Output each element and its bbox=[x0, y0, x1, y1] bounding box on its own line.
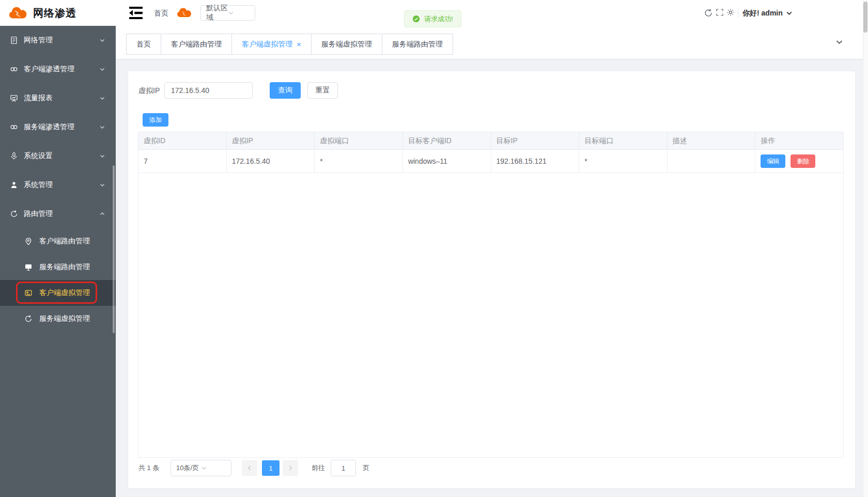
cell-virtual-ip: 172.16.5.40 bbox=[227, 150, 315, 173]
chevron-down-icon bbox=[201, 465, 226, 471]
user-dropdown[interactable]: 你好! admin bbox=[742, 0, 793, 26]
refresh-icon bbox=[24, 314, 33, 323]
cloud-logo-icon bbox=[7, 6, 28, 20]
data-table: 虚拟ID 虚拟IP 虚拟端口 目标客户端ID 目标IP 目标端口 描述 操作 7… bbox=[138, 132, 844, 458]
col-header-actions: 操作 bbox=[755, 132, 843, 149]
tab-strip: 首页 客户端路由管理 客户端虚拟管理 × 服务端虚拟管理 服务端路由管理 bbox=[116, 26, 868, 59]
table-header-row: 虚拟ID 虚拟IP 虚拟端口 目标客户端ID 目标IP 目标端口 描述 操作 bbox=[138, 132, 843, 150]
refresh-icon[interactable] bbox=[704, 8, 713, 18]
breadcrumb[interactable]: 首页 bbox=[154, 0, 168, 26]
sidebar-item-server-route-mgmt[interactable]: 服务端路由管理 bbox=[0, 254, 116, 280]
link-icon bbox=[9, 65, 19, 74]
sidebar-item-client-pentest-mgmt[interactable]: 客户端渗透管理 bbox=[0, 55, 116, 84]
location-icon bbox=[24, 237, 33, 246]
region-select[interactable]: 默认区域 bbox=[200, 5, 255, 21]
add-button[interactable]: 添加 bbox=[143, 113, 168, 127]
tab-server-route-mgmt[interactable]: 服务端路由管理 bbox=[382, 34, 453, 55]
col-header-target-port: 目标端口 bbox=[579, 132, 668, 149]
sidebar-item-label: 服务端虚拟管理 bbox=[39, 314, 90, 323]
tab-label: 客户端路由管理 bbox=[171, 40, 222, 49]
cell-target-client-id: windows–11 bbox=[403, 150, 491, 173]
chevron-down-icon bbox=[99, 182, 105, 188]
sidebar-item-label: 客户端路由管理 bbox=[39, 237, 90, 246]
sidebar-item-label: 服务端渗透管理 bbox=[24, 122, 99, 132]
tab-list-chevron-down-icon[interactable] bbox=[835, 38, 843, 46]
reset-button[interactable]: 重置 bbox=[307, 82, 338, 99]
success-toast: 请求成功! bbox=[404, 10, 461, 27]
pagination: 共 1 条 10条/页 1 前往 页 bbox=[138, 460, 841, 476]
toast-message: 请求成功! bbox=[424, 14, 453, 24]
delete-button[interactable]: 删除 bbox=[791, 154, 815, 168]
sidebar-item-label: 客户端渗透管理 bbox=[24, 65, 99, 74]
sidebar-item-network-mgmt[interactable]: 网络管理 bbox=[0, 26, 116, 55]
theme-sun-icon[interactable] bbox=[726, 8, 736, 18]
sidebar-item-server-pentest-mgmt[interactable]: 服务端渗透管理 bbox=[0, 113, 116, 142]
tab-label: 客户端虚拟管理 bbox=[242, 40, 292, 49]
page-size-value: 10条/页 bbox=[176, 463, 201, 473]
col-header-target-ip: 目标IP bbox=[491, 132, 580, 149]
prev-page-button[interactable] bbox=[242, 460, 257, 476]
col-header-target-client-id: 目标客户端ID bbox=[403, 132, 491, 149]
cloud-icon[interactable] bbox=[176, 7, 193, 19]
goto-page-input[interactable] bbox=[331, 460, 356, 476]
app-title: 网络渗透 bbox=[33, 6, 76, 20]
greeting-text: 你好! admin bbox=[742, 0, 783, 26]
chevron-down-icon bbox=[228, 10, 250, 16]
link-icon bbox=[9, 122, 19, 132]
tab-label: 首页 bbox=[136, 40, 151, 49]
tab-close-icon[interactable]: × bbox=[297, 40, 301, 48]
divider bbox=[738, 8, 738, 18]
sidebar-item-system-mgmt[interactable]: 系统管理 bbox=[0, 170, 116, 199]
check-circle-icon bbox=[412, 15, 420, 23]
tab-client-virtual-mgmt[interactable]: 客户端虚拟管理 × bbox=[231, 34, 312, 55]
chevron-down-icon bbox=[99, 124, 105, 130]
chevron-down-icon bbox=[99, 153, 105, 159]
tab-label: 服务端路由管理 bbox=[392, 40, 443, 49]
main-card: 虚拟IP 查询 重置 添加 虚拟ID 虚拟IP 虚拟端口 目标客户端ID 目标I… bbox=[128, 71, 855, 488]
table-row: 7 172.16.5.40 * windows–11 192.168.15.12… bbox=[138, 150, 843, 173]
sidebar-item-client-route-mgmt[interactable]: 客户端路由管理 bbox=[0, 228, 116, 254]
sidebar-scrollbar-thumb[interactable] bbox=[113, 165, 115, 333]
tab-client-route-mgmt[interactable]: 客户端路由管理 bbox=[161, 34, 232, 55]
app-logo: 网络渗透 bbox=[0, 0, 116, 26]
sidebar-item-server-virtual-mgmt[interactable]: 服务端虚拟管理 bbox=[0, 306, 116, 332]
cell-actions: 编辑 删除 bbox=[755, 150, 843, 173]
tab-server-virtual-mgmt[interactable]: 服务端虚拟管理 bbox=[311, 34, 382, 55]
page-size-select[interactable]: 10条/页 bbox=[171, 460, 231, 476]
postcard-icon bbox=[24, 288, 33, 298]
content-area: 虚拟IP 查询 重置 添加 虚拟ID 虚拟IP 虚拟端口 目标客户端ID 目标I… bbox=[116, 59, 868, 497]
cell-target-port: * bbox=[579, 150, 668, 173]
tab-home[interactable]: 首页 bbox=[126, 34, 161, 55]
col-header-virtual-id: 虚拟ID bbox=[138, 132, 227, 149]
tab-label: 服务端虚拟管理 bbox=[321, 40, 372, 49]
page-scrollbar-thumb[interactable] bbox=[863, 2, 867, 33]
current-page-button[interactable]: 1 bbox=[262, 460, 280, 476]
edit-button[interactable]: 编辑 bbox=[761, 154, 785, 168]
search-field-label: 虚拟IP bbox=[138, 82, 160, 99]
fullscreen-icon[interactable] bbox=[716, 8, 725, 18]
microphone-icon bbox=[9, 151, 19, 161]
page-unit-label: 页 bbox=[363, 460, 369, 476]
sidebar-item-label: 系统设置 bbox=[24, 151, 99, 161]
sidebar-item-route-mgmt[interactable]: 路由管理 bbox=[0, 199, 116, 228]
chevron-down-icon bbox=[99, 95, 105, 101]
page-scrollbar-track[interactable] bbox=[863, 0, 868, 497]
total-count-label: 共 1 条 bbox=[138, 460, 159, 476]
goto-page-label: 前往 bbox=[312, 460, 325, 476]
cell-description bbox=[668, 150, 756, 173]
virtual-ip-input[interactable] bbox=[164, 82, 253, 99]
query-button[interactable]: 查询 bbox=[270, 82, 301, 99]
sidebar-item-client-virtual-mgmt[interactable]: 客户端虚拟管理 bbox=[0, 280, 116, 306]
col-header-description: 描述 bbox=[668, 132, 756, 149]
topbar: 首页 默认区域 你好! admin bbox=[116, 0, 868, 26]
refresh-icon bbox=[9, 209, 19, 219]
region-select-value: 默认区域 bbox=[206, 4, 228, 22]
col-header-virtual-port: 虚拟端口 bbox=[315, 132, 403, 149]
sidebar-item-system-settings[interactable]: 系统设置 bbox=[0, 142, 116, 170]
fold-sidebar-icon[interactable] bbox=[128, 7, 145, 19]
sidebar-item-traffic-report[interactable]: 流量报表 bbox=[0, 84, 116, 113]
cell-virtual-port: * bbox=[315, 150, 403, 173]
chevron-up-icon bbox=[99, 211, 105, 217]
next-page-button[interactable] bbox=[283, 460, 298, 476]
chevron-down-icon bbox=[99, 66, 105, 72]
